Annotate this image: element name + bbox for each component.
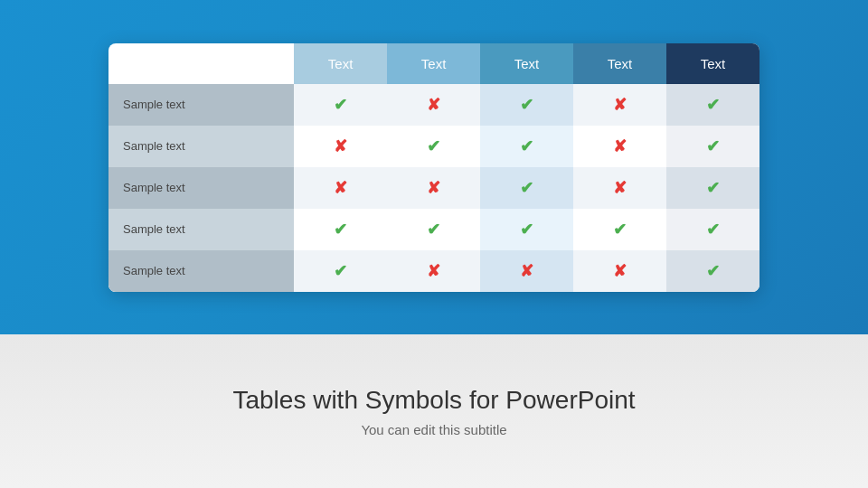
- cell-4-1: ✘: [387, 250, 480, 292]
- cell-4-0: ✔: [294, 250, 387, 292]
- cell-3-1: ✔: [387, 209, 480, 250]
- check-icon: ✔: [706, 262, 720, 280]
- cross-icon: ✘: [613, 137, 627, 155]
- table-row: Sample text✔✔✔✔✔: [108, 209, 760, 250]
- cell-1-1: ✔: [387, 126, 480, 167]
- check-icon: ✔: [520, 179, 533, 197]
- header-label-col: [108, 43, 294, 84]
- check-icon: ✔: [334, 96, 347, 114]
- page-subtitle: You can edit this subtitle: [361, 422, 506, 437]
- table-row: Sample text✔✘✘✘✔: [108, 250, 760, 292]
- cross-icon: ✘: [427, 262, 440, 280]
- check-icon: ✔: [706, 221, 720, 239]
- cell-0-0: ✔: [294, 84, 387, 126]
- check-icon: ✔: [427, 221, 440, 239]
- cell-1-3: ✘: [573, 126, 666, 167]
- check-icon: ✔: [520, 96, 533, 114]
- cross-icon: ✘: [427, 96, 440, 114]
- cell-1-2: ✔: [480, 126, 573, 167]
- cell-0-3: ✘: [573, 84, 666, 126]
- check-icon: ✔: [334, 221, 347, 239]
- check-icon: ✔: [427, 137, 440, 155]
- row-label: Sample text: [108, 209, 294, 250]
- cell-3-3: ✔: [573, 209, 666, 250]
- cell-4-4: ✔: [666, 250, 760, 292]
- header-col-4: Text: [573, 43, 666, 84]
- table-row: Sample text✘✔✔✘✔: [108, 126, 760, 167]
- check-icon: ✔: [334, 262, 347, 280]
- check-icon: ✔: [706, 179, 720, 197]
- cell-2-2: ✔: [480, 167, 573, 209]
- cross-icon: ✘: [427, 179, 440, 197]
- cross-icon: ✘: [613, 179, 627, 197]
- cell-1-0: ✘: [294, 126, 387, 167]
- header-col-3: Text: [480, 43, 573, 84]
- header-col-5: Text: [666, 43, 760, 84]
- cross-icon: ✘: [334, 137, 347, 155]
- cell-3-2: ✔: [480, 209, 573, 250]
- cell-4-3: ✘: [573, 250, 666, 292]
- comparison-table: Text Text Text Text Text Sample text✔✘✔✘…: [108, 43, 760, 292]
- table-row: Sample text✘✘✔✘✔: [108, 167, 760, 209]
- page-title: Tables with Symbols for PowerPoint: [232, 386, 635, 415]
- cell-2-1: ✘: [387, 167, 480, 209]
- check-icon: ✔: [520, 137, 533, 155]
- cell-2-4: ✔: [666, 167, 760, 209]
- cell-2-3: ✘: [573, 167, 666, 209]
- cross-icon: ✘: [613, 96, 627, 114]
- top-section: Text Text Text Text Text Sample text✔✘✔✘…: [0, 0, 868, 334]
- cross-icon: ✘: [613, 262, 627, 280]
- header-col-2: Text: [387, 43, 480, 84]
- row-label: Sample text: [108, 167, 294, 209]
- bottom-section: Tables with Symbols for PowerPoint You c…: [0, 334, 868, 488]
- cell-4-2: ✘: [480, 250, 573, 292]
- cell-0-2: ✔: [480, 84, 573, 126]
- cell-2-0: ✘: [294, 167, 387, 209]
- row-label: Sample text: [108, 250, 294, 292]
- check-icon: ✔: [520, 221, 533, 239]
- table-row: Sample text✔✘✔✘✔: [108, 84, 760, 126]
- cross-icon: ✘: [520, 262, 533, 280]
- row-label: Sample text: [108, 126, 294, 167]
- table-header-row: Text Text Text Text Text: [108, 43, 760, 84]
- cell-0-1: ✘: [387, 84, 480, 126]
- cross-icon: ✘: [334, 179, 347, 197]
- row-label: Sample text: [108, 84, 294, 126]
- check-icon: ✔: [706, 96, 720, 114]
- cell-0-4: ✔: [666, 84, 760, 126]
- header-col-1: Text: [294, 43, 387, 84]
- check-icon: ✔: [706, 137, 720, 155]
- cell-3-4: ✔: [666, 209, 760, 250]
- cell-1-4: ✔: [666, 126, 760, 167]
- check-icon: ✔: [613, 221, 627, 239]
- cell-3-0: ✔: [294, 209, 387, 250]
- table-card: Text Text Text Text Text Sample text✔✘✔✘…: [108, 43, 760, 292]
